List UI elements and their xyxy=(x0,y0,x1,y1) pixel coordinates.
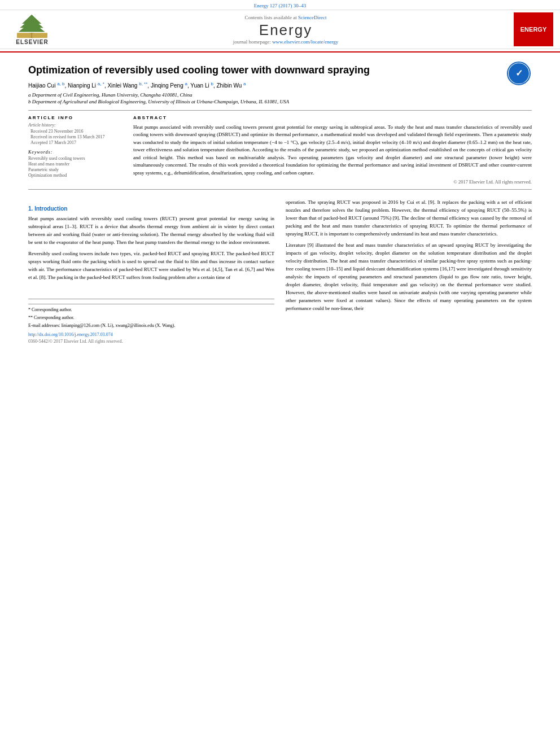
accepted-date: Accepted 17 March 2017 xyxy=(30,140,124,145)
svg-rect-4 xyxy=(17,33,47,38)
energy-logo-text: ENERGY xyxy=(520,26,546,33)
keyword-1: Reversibly used cooling towers xyxy=(28,156,124,161)
copyright-text: © 2017 Elsevier Ltd. All rights reserved… xyxy=(133,179,532,185)
contents-text: Contents lists available at xyxy=(245,15,297,20)
history-label: Article history: xyxy=(28,123,124,128)
received-date: Received 23 November 2016 xyxy=(30,129,124,134)
footnote-2: ** Corresponding author. xyxy=(28,314,274,321)
elsevier-tree-icon xyxy=(10,14,55,39)
homepage-label: journal homepage: xyxy=(233,39,271,45)
journal-masthead: ELSEVIER Contents lists available at Sci… xyxy=(0,10,560,49)
section-number: 1. xyxy=(28,206,34,212)
authors-line: Haijiao Cui a, b, Nianping Li a, *, Xinl… xyxy=(28,81,532,89)
footnote-email: E-mail addresses: linianping@126.com (N.… xyxy=(28,322,274,329)
sciencedirect-link[interactable]: ScienceDirect xyxy=(298,15,326,20)
keyword-2: Heat and mass transfer xyxy=(28,161,124,167)
body-columns: 1. Introduction Heat pumps associated wi… xyxy=(28,199,532,345)
elsevier-logo: ELSEVIER xyxy=(7,14,58,45)
revised-date: Received in revised form 13 March 2017 xyxy=(30,134,124,139)
affiliations: a Department of Civil Engineering, Hunan… xyxy=(28,91,532,106)
article-info-panel: ARTICLE INFO Article history: Received 2… xyxy=(28,115,124,185)
affiliation-a: a Department of Civil Engineering, Hunan… xyxy=(28,91,532,99)
crossmark-icon: ✓ CrossMark xyxy=(506,61,532,86)
footnote-1: * Corresponding author. xyxy=(28,307,274,313)
journal-center: Contents lists available at ScienceDirec… xyxy=(58,15,514,45)
issn-footer: 0360-5442/© 2017 Elsevier Ltd. All right… xyxy=(28,338,274,345)
intro-heading: 1. Introduction xyxy=(28,204,274,213)
keywords-label: Keywords: xyxy=(28,150,124,155)
section-divider xyxy=(28,110,532,111)
energy-logo-box: ENERGY xyxy=(514,12,553,46)
doi-link[interactable]: http://dx.doi.org/10.1016/j.energy.2017.… xyxy=(28,332,113,337)
homepage-link[interactable]: www.elsevier.com/locate/energy xyxy=(272,39,338,45)
doi-bar: Energy 127 (2017) 30–43 xyxy=(0,0,560,10)
info-abstract-row: ARTICLE INFO Article history: Received 2… xyxy=(28,115,532,185)
body-left-col: 1. Introduction Heat pumps associated wi… xyxy=(28,199,274,345)
elsevier-text: ELSEVIER xyxy=(16,39,48,45)
intro-para2: Reversibly used cooling towers include t… xyxy=(28,250,274,282)
journal-title: Energy xyxy=(58,21,514,39)
body-right-col: operation. The spraying RUCT was propose… xyxy=(286,199,532,345)
doi-footer: http://dx.doi.org/10.1016/j.energy.2017.… xyxy=(28,331,274,338)
article-title: Optimization of reversibly used cooling … xyxy=(28,64,532,77)
abstract-panel: ABSTRACT Heat pumps associated with reve… xyxy=(133,115,532,185)
intro-para1: Heat pumps associated with reversibly us… xyxy=(28,215,274,247)
contents-label: Contents lists available at ScienceDirec… xyxy=(58,15,514,20)
body-divider xyxy=(28,189,532,190)
article-info-heading: ARTICLE INFO xyxy=(28,115,124,120)
abstract-text: Heat pumps associated with reversibly us… xyxy=(133,124,532,177)
section-title: Introduction xyxy=(34,206,67,212)
main-content: ✓ CrossMark Optimization of reversibly u… xyxy=(0,53,560,351)
keyword-4: Optimization method xyxy=(28,173,124,178)
right-para2: Literature [9] illustrated the heat and … xyxy=(286,242,532,312)
keyword-3: Parametric study xyxy=(28,167,124,172)
journal-homepage: journal homepage: www.elsevier.com/locat… xyxy=(58,39,514,45)
crossmark-area: ✓ CrossMark xyxy=(506,61,532,88)
svg-text:CrossMark: CrossMark xyxy=(512,81,526,84)
svg-text:✓: ✓ xyxy=(515,68,523,78)
footnotes: * Corresponding author. ** Corresponding… xyxy=(28,304,274,329)
right-para1: operation. The spraying RUCT was propose… xyxy=(286,199,532,238)
doi-text: Energy 127 (2017) 30–43 xyxy=(254,3,307,8)
affiliation-b: b Department of Agricultural and Biologi… xyxy=(28,98,532,106)
abstract-heading: ABSTRACT xyxy=(133,115,532,120)
